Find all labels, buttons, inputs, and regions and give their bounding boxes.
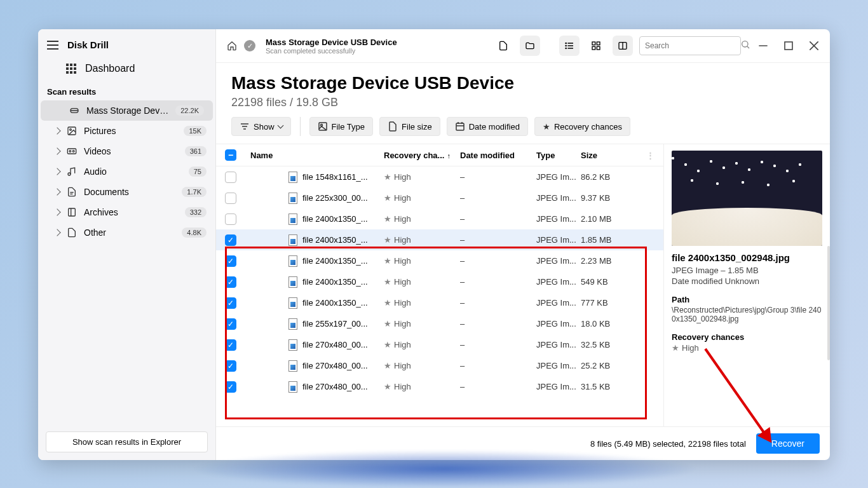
filter-bar: Show File Type File size Date modified ★…	[216, 117, 830, 144]
selection-status: 8 files (5.49 MB) selected, 22198 files …	[590, 439, 746, 449]
preview-rc-label: Recovery chances	[672, 332, 822, 342]
col-recovery[interactable]: Recovery cha...↑	[384, 151, 460, 160]
table-row[interactable]: ✓ file 270x480_00... ★High – JPEG Im... …	[216, 355, 663, 376]
sidebar-item-label: Other	[84, 227, 175, 238]
preview-path-label: Path	[672, 295, 822, 304]
close-button[interactable]	[808, 40, 820, 51]
preview-meta: JPEG Image – 1.85 MB	[672, 266, 822, 275]
col-size[interactable]: Size	[581, 151, 625, 160]
dashboard-nav[interactable]: Dashboard	[38, 57, 215, 81]
sidebar-item-label: Videos	[84, 146, 179, 156]
col-type[interactable]: Type	[536, 151, 581, 160]
sidebar-item[interactable]: Videos 361	[38, 141, 215, 161]
file-name: file 2400x1350_...	[302, 214, 368, 224]
row-checkbox[interactable]: ✓	[225, 360, 236, 372]
row-checkbox[interactable]: ✓	[225, 276, 236, 288]
folder-icon[interactable]	[520, 36, 540, 56]
sidebar-item[interactable]: Pictures 15K	[38, 121, 215, 141]
row-checkbox[interactable]	[225, 172, 236, 183]
svg-point-16	[566, 45, 566, 46]
table-row[interactable]: ✓ file 255x197_00... ★High – JPEG Im... …	[216, 313, 663, 334]
type-value: JPEG Im...	[536, 172, 581, 182]
svg-rect-18	[592, 42, 595, 45]
search-box[interactable]	[639, 36, 741, 55]
type-value: JPEG Im...	[536, 193, 581, 203]
file-name: file 225x300_00...	[302, 193, 368, 203]
sidebar-item-label: Pictures	[84, 126, 177, 136]
list-view-icon[interactable]	[559, 36, 580, 56]
file-type-filter[interactable]: File Type	[309, 117, 374, 136]
svg-point-34	[320, 125, 322, 126]
show-filter[interactable]: Show	[231, 117, 291, 136]
row-checkbox[interactable]	[225, 193, 236, 204]
table-row[interactable]: ✓ file 2400x1350_... ★High – JPEG Im... …	[216, 292, 663, 313]
maximize-button[interactable]	[783, 40, 794, 51]
split-view-icon[interactable]	[613, 36, 633, 56]
type-value: JPEG Im...	[536, 298, 581, 308]
col-date[interactable]: Date modified	[460, 151, 536, 160]
file-icon[interactable]	[493, 36, 513, 56]
size-value: 18.0 KB	[581, 319, 625, 329]
table-row[interactable]: ✓ file 2400x1350_... ★High – JPEG Im... …	[216, 250, 663, 271]
search-input[interactable]	[645, 41, 740, 50]
row-checkbox[interactable]: ✓	[225, 339, 236, 351]
row-checkbox[interactable]: ✓	[225, 297, 236, 309]
recover-button[interactable]: Recover	[756, 433, 820, 454]
recovery-value: High	[394, 298, 411, 308]
recovery-chances-filter[interactable]: ★ Recovery chances	[534, 117, 630, 136]
date-value: –	[460, 193, 536, 203]
sidebar-item[interactable]: Documents 1.7K	[38, 182, 215, 202]
table-row[interactable]: ✓ file 270x480_00... ★High – JPEG Im... …	[216, 334, 663, 355]
table-row[interactable]: file 2400x1350_... ★High – JPEG Im... 2.…	[216, 208, 663, 229]
svg-rect-35	[456, 123, 464, 130]
more-columns-icon[interactable]: ⋮	[646, 151, 654, 160]
recovery-value: High	[394, 172, 411, 182]
row-checkbox[interactable]: ✓	[225, 381, 236, 393]
grid-view-icon[interactable]	[586, 36, 606, 56]
file-name: file 270x480_00...	[302, 361, 368, 370]
minimize-button[interactable]	[757, 40, 769, 51]
type-value: JPEG Im...	[536, 235, 581, 245]
category-icon	[66, 126, 78, 136]
star-icon: ★	[384, 277, 391, 287]
row-checkbox[interactable]: ✓	[225, 234, 236, 246]
select-all-checkbox[interactable]: −	[225, 149, 236, 161]
table-row[interactable]: file 1548x1161_... ★High – JPEG Im... 86…	[216, 166, 663, 187]
sidebar-item[interactable]: Audio 75	[38, 161, 215, 182]
table-row[interactable]: ✓ file 2400x1350_... ★High – JPEG Im... …	[216, 229, 663, 250]
star-icon: ★	[384, 361, 391, 370]
search-icon	[740, 39, 750, 52]
sidebar-item[interactable]: Archives 332	[38, 202, 215, 222]
chevron-right-icon	[53, 208, 60, 215]
row-checkbox[interactable]	[225, 214, 236, 225]
svg-point-3	[70, 129, 72, 131]
home-icon[interactable]	[226, 40, 238, 51]
star-icon: ★	[384, 298, 391, 308]
row-checkbox[interactable]: ✓	[225, 318, 236, 330]
sidebar-item-label: Audio	[84, 166, 182, 177]
sidebar-item[interactable]: Other 4.8K	[38, 222, 215, 243]
menu-icon[interactable]	[47, 41, 58, 50]
table-row[interactable]: file 225x300_00... ★High – JPEG Im... 9.…	[216, 187, 663, 208]
recovery-value: High	[394, 319, 411, 329]
row-checkbox[interactable]: ✓	[225, 255, 236, 267]
file-icon	[288, 193, 297, 204]
svg-point-17	[566, 48, 566, 48]
date-modified-filter[interactable]: Date modified	[447, 117, 528, 136]
recovery-value: High	[394, 214, 411, 224]
table-row[interactable]: ✓ file 2400x1350_... ★High – JPEG Im... …	[216, 271, 663, 292]
page-title: Mass Storage Device USB Device	[231, 73, 815, 93]
show-in-explorer-button[interactable]: Show scan results in Explorer	[46, 431, 208, 452]
svg-point-5	[69, 151, 71, 152]
size-value: 1.85 MB	[581, 235, 625, 245]
preview-rc-value: High	[682, 343, 699, 353]
svg-rect-27	[785, 42, 792, 50]
preview-scrollbar[interactable]	[827, 246, 830, 360]
table-row[interactable]: ✓ file 270x480_00... ★High – JPEG Im... …	[216, 376, 663, 397]
svg-point-7	[68, 173, 71, 175]
sidebar-item[interactable]: Mass Storage Device U... 22.2K	[41, 100, 213, 121]
wallpaper-decoration	[191, 450, 699, 488]
col-name[interactable]: Name	[250, 151, 384, 160]
count-badge: 22.2K	[175, 105, 204, 116]
file-size-filter[interactable]: File size	[379, 117, 440, 136]
